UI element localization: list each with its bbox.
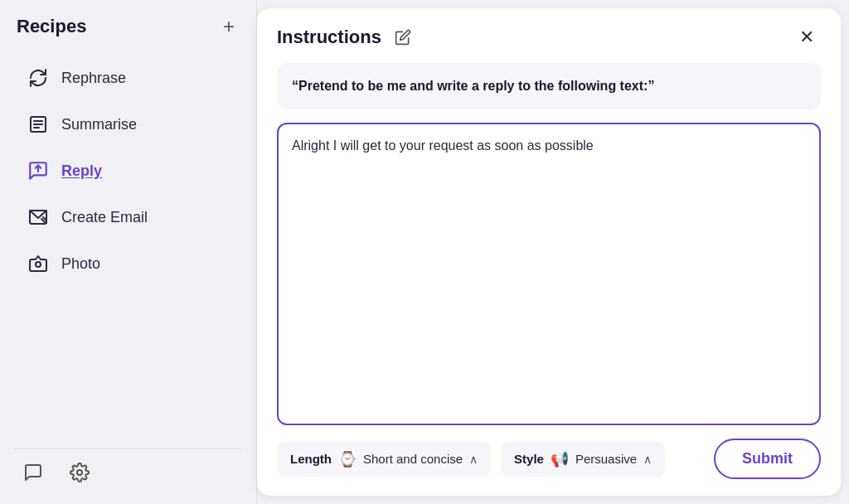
panel-header: Instructions ✕ [277,25,821,50]
rephrase-icon [27,66,50,90]
sidebar-item-reply[interactable]: Reply [13,149,243,192]
sidebar-item-label-create-email: Create Email [61,209,148,226]
style-value: Persuasive [575,452,637,466]
reply-icon [27,159,50,182]
style-option[interactable]: Style 📢 Persuasive ∧ [501,442,665,477]
sidebar-footer [13,448,243,489]
panel-title: Instructions [277,27,381,48]
chat-button[interactable] [17,456,50,489]
sidebar-item-create-email[interactable]: Create Email [13,196,243,239]
sidebar-item-label-summarise: Summarise [61,116,137,133]
instruction-box: “Pretend to be me and write a reply to t… [277,63,821,109]
sidebar-item-label-photo: Photo [61,255,100,273]
sidebar-item-rephrase[interactable]: Rephrase [13,56,243,99]
length-emoji-icon: ⌚ [338,450,357,468]
edit-instructions-button[interactable] [391,26,415,49]
add-recipe-button[interactable]: + [218,15,240,38]
style-emoji-icon: 📢 [551,450,569,468]
summarise-icon [27,113,50,136]
main-panel: Instructions ✕ “Pretend to be me and wri… [257,8,841,496]
style-chevron-icon: ∧ [643,453,652,466]
settings-icon [70,463,90,482]
svg-point-9 [77,470,82,475]
sidebar-item-photo[interactable]: Photo [13,242,243,285]
sidebar-nav: Rephrase Summarise [13,56,243,442]
create-email-icon [27,206,50,229]
edit-icon [395,29,411,46]
photo-icon [27,252,50,275]
length-chevron-icon: ∧ [469,453,478,466]
instruction-text: “Pretend to be me and write a reply to t… [292,76,806,96]
sidebar-header: Recipes + [13,15,243,38]
length-option[interactable]: Length ⌚ Short and concise ∧ [277,442,491,477]
length-label: Length [290,452,332,466]
length-value: Short and concise [363,452,463,466]
close-button[interactable]: ✕ [793,25,821,50]
sidebar-item-label-rephrase: Rephrase [61,70,126,87]
chat-icon [23,463,43,482]
panel-header-left: Instructions [277,26,415,49]
svg-point-8 [36,262,41,267]
sidebar-title: Recipes [17,16,86,37]
text-input[interactable] [277,123,821,425]
sidebar-item-label-reply: Reply [61,162,102,180]
bottom-row: Length ⌚ Short and concise ∧ Style 📢 Per… [277,439,821,479]
sidebar: Recipes + Rephrase [0,0,257,504]
app-container: Recipes + Rephrase [0,0,849,504]
settings-button[interactable] [63,456,96,489]
submit-button[interactable]: Submit [714,439,821,479]
style-label: Style [514,452,544,466]
sidebar-item-summarise[interactable]: Summarise [13,103,243,146]
